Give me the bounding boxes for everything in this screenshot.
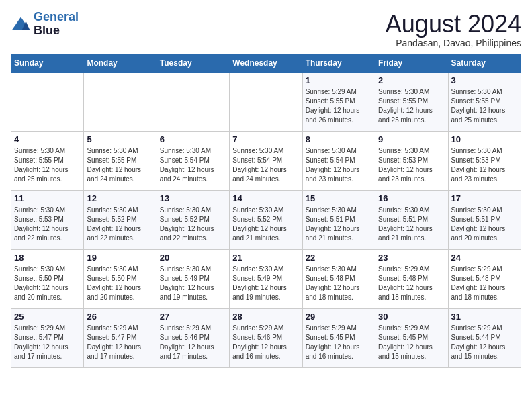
day-number: 30 [378, 312, 445, 322]
day-number: 19 [87, 253, 153, 263]
calendar-cell: 11Sunrise: 5:30 AM Sunset: 5:53 PM Dayli… [11, 190, 84, 249]
day-info: Sunrise: 5:29 AM Sunset: 5:47 PM Dayligh… [87, 324, 153, 361]
calendar-cell: 16Sunrise: 5:30 AM Sunset: 5:51 PM Dayli… [375, 190, 448, 249]
calendar-cell [157, 72, 229, 131]
weekday-header: Tuesday [157, 54, 229, 72]
calendar-cell: 6Sunrise: 5:30 AM Sunset: 5:54 PM Daylig… [157, 131, 229, 190]
day-number: 18 [14, 253, 81, 263]
calendar-cell: 4Sunrise: 5:30 AM Sunset: 5:55 PM Daylig… [11, 131, 84, 190]
day-number: 16 [378, 193, 445, 203]
day-number: 11 [14, 193, 81, 203]
calendar-cell: 24Sunrise: 5:29 AM Sunset: 5:48 PM Dayli… [448, 249, 521, 308]
day-info: Sunrise: 5:30 AM Sunset: 5:54 PM Dayligh… [306, 146, 372, 184]
calendar-cell: 1Sunrise: 5:29 AM Sunset: 5:55 PM Daylig… [302, 72, 375, 131]
calendar-cell: 20Sunrise: 5:30 AM Sunset: 5:49 PM Dayli… [157, 249, 229, 308]
day-info: Sunrise: 5:30 AM Sunset: 5:50 PM Dayligh… [87, 265, 153, 302]
day-number: 22 [306, 253, 372, 263]
calendar-cell: 29Sunrise: 5:29 AM Sunset: 5:45 PM Dayli… [302, 308, 375, 367]
day-info: Sunrise: 5:30 AM Sunset: 5:53 PM Dayligh… [451, 146, 518, 184]
logo: General Blue [11, 11, 79, 38]
day-info: Sunrise: 5:29 AM Sunset: 5:45 PM Dayligh… [306, 324, 372, 361]
calendar-cell: 8Sunrise: 5:30 AM Sunset: 5:54 PM Daylig… [302, 131, 375, 190]
day-number: 29 [306, 312, 372, 322]
day-info: Sunrise: 5:30 AM Sunset: 5:50 PM Dayligh… [14, 265, 81, 302]
day-number: 27 [160, 312, 226, 322]
day-number: 14 [232, 193, 299, 203]
day-info: Sunrise: 5:29 AM Sunset: 5:55 PM Dayligh… [306, 87, 372, 125]
page-header: General Blue August 2024 Pandasan, Davao… [11, 11, 521, 48]
day-info: Sunrise: 5:30 AM Sunset: 5:53 PM Dayligh… [14, 205, 81, 243]
day-number: 15 [306, 193, 372, 203]
calendar-cell: 31Sunrise: 5:29 AM Sunset: 5:44 PM Dayli… [448, 308, 521, 367]
day-info: Sunrise: 5:30 AM Sunset: 5:55 PM Dayligh… [87, 146, 153, 184]
calendar-cell: 13Sunrise: 5:30 AM Sunset: 5:52 PM Dayli… [157, 190, 229, 249]
calendar-cell: 10Sunrise: 5:30 AM Sunset: 5:53 PM Dayli… [448, 131, 521, 190]
day-number: 24 [451, 253, 518, 263]
calendar-cell: 19Sunrise: 5:30 AM Sunset: 5:50 PM Dayli… [84, 249, 157, 308]
day-info: Sunrise: 5:30 AM Sunset: 5:48 PM Dayligh… [306, 265, 372, 302]
weekday-header: Thursday [302, 54, 375, 72]
calendar-cell: 7Sunrise: 5:30 AM Sunset: 5:54 PM Daylig… [230, 131, 302, 190]
day-number: 4 [14, 134, 81, 144]
day-info: Sunrise: 5:30 AM Sunset: 5:52 PM Dayligh… [87, 205, 153, 243]
calendar-week-row: 11Sunrise: 5:30 AM Sunset: 5:53 PM Dayli… [11, 190, 521, 249]
weekday-header: Wednesday [230, 54, 302, 72]
day-info: Sunrise: 5:29 AM Sunset: 5:46 PM Dayligh… [160, 324, 226, 361]
calendar-week-row: 25Sunrise: 5:29 AM Sunset: 5:47 PM Dayli… [11, 308, 521, 367]
day-info: Sunrise: 5:30 AM Sunset: 5:51 PM Dayligh… [306, 205, 372, 243]
calendar-cell: 28Sunrise: 5:29 AM Sunset: 5:46 PM Dayli… [230, 308, 302, 367]
day-info: Sunrise: 5:29 AM Sunset: 5:45 PM Dayligh… [378, 324, 445, 361]
day-number: 26 [87, 312, 153, 322]
calendar-cell: 18Sunrise: 5:30 AM Sunset: 5:50 PM Dayli… [11, 249, 84, 308]
logo-icon [11, 16, 31, 32]
day-number: 7 [232, 134, 299, 144]
calendar-cell: 14Sunrise: 5:30 AM Sunset: 5:52 PM Dayli… [230, 190, 302, 249]
calendar-week-row: 1Sunrise: 5:29 AM Sunset: 5:55 PM Daylig… [11, 72, 521, 131]
day-number: 8 [306, 134, 372, 144]
calendar-table: SundayMondayTuesdayWednesdayThursdayFrid… [11, 54, 521, 368]
day-number: 10 [451, 134, 518, 144]
day-info: Sunrise: 5:29 AM Sunset: 5:44 PM Dayligh… [451, 324, 518, 361]
day-info: Sunrise: 5:30 AM Sunset: 5:51 PM Dayligh… [451, 205, 518, 243]
calendar-cell [11, 72, 84, 131]
day-number: 31 [451, 312, 518, 322]
calendar-cell [84, 72, 157, 131]
day-number: 17 [451, 193, 518, 203]
day-number: 5 [87, 134, 153, 144]
day-info: Sunrise: 5:30 AM Sunset: 5:49 PM Dayligh… [160, 265, 226, 302]
day-info: Sunrise: 5:30 AM Sunset: 5:55 PM Dayligh… [14, 146, 81, 184]
weekday-header: Sunday [11, 54, 84, 72]
day-number: 3 [451, 75, 518, 85]
day-info: Sunrise: 5:30 AM Sunset: 5:52 PM Dayligh… [232, 205, 299, 243]
weekday-header: Monday [84, 54, 157, 72]
calendar-cell: 12Sunrise: 5:30 AM Sunset: 5:52 PM Dayli… [84, 190, 157, 249]
calendar-week-row: 4Sunrise: 5:30 AM Sunset: 5:55 PM Daylig… [11, 131, 521, 190]
day-info: Sunrise: 5:30 AM Sunset: 5:55 PM Dayligh… [378, 87, 445, 125]
weekday-header: Friday [375, 54, 448, 72]
calendar-week-row: 18Sunrise: 5:30 AM Sunset: 5:50 PM Dayli… [11, 249, 521, 308]
day-info: Sunrise: 5:30 AM Sunset: 5:54 PM Dayligh… [232, 146, 299, 184]
day-number: 1 [306, 75, 372, 85]
day-number: 9 [378, 134, 445, 144]
calendar-cell: 3Sunrise: 5:30 AM Sunset: 5:55 PM Daylig… [448, 72, 521, 131]
day-info: Sunrise: 5:30 AM Sunset: 5:54 PM Dayligh… [160, 146, 226, 184]
calendar-cell: 22Sunrise: 5:30 AM Sunset: 5:48 PM Dayli… [302, 249, 375, 308]
day-number: 12 [87, 193, 153, 203]
title-block: August 2024 Pandasan, Davao, Philippines [386, 11, 521, 48]
calendar-cell: 26Sunrise: 5:29 AM Sunset: 5:47 PM Dayli… [84, 308, 157, 367]
day-info: Sunrise: 5:30 AM Sunset: 5:53 PM Dayligh… [378, 146, 445, 184]
calendar-cell: 15Sunrise: 5:30 AM Sunset: 5:51 PM Dayli… [302, 190, 375, 249]
calendar-cell: 5Sunrise: 5:30 AM Sunset: 5:55 PM Daylig… [84, 131, 157, 190]
day-info: Sunrise: 5:30 AM Sunset: 5:49 PM Dayligh… [232, 265, 299, 302]
calendar-cell: 23Sunrise: 5:29 AM Sunset: 5:48 PM Dayli… [375, 249, 448, 308]
day-info: Sunrise: 5:29 AM Sunset: 5:46 PM Dayligh… [232, 324, 299, 361]
day-info: Sunrise: 5:30 AM Sunset: 5:52 PM Dayligh… [160, 205, 226, 243]
month-title: August 2024 [386, 11, 521, 38]
weekday-header: Saturday [448, 54, 521, 72]
calendar-cell: 21Sunrise: 5:30 AM Sunset: 5:49 PM Dayli… [230, 249, 302, 308]
day-number: 6 [160, 134, 226, 144]
logo-text: General Blue [34, 11, 79, 38]
day-number: 2 [378, 75, 445, 85]
calendar-cell: 27Sunrise: 5:29 AM Sunset: 5:46 PM Dayli… [157, 308, 229, 367]
day-number: 28 [232, 312, 299, 322]
